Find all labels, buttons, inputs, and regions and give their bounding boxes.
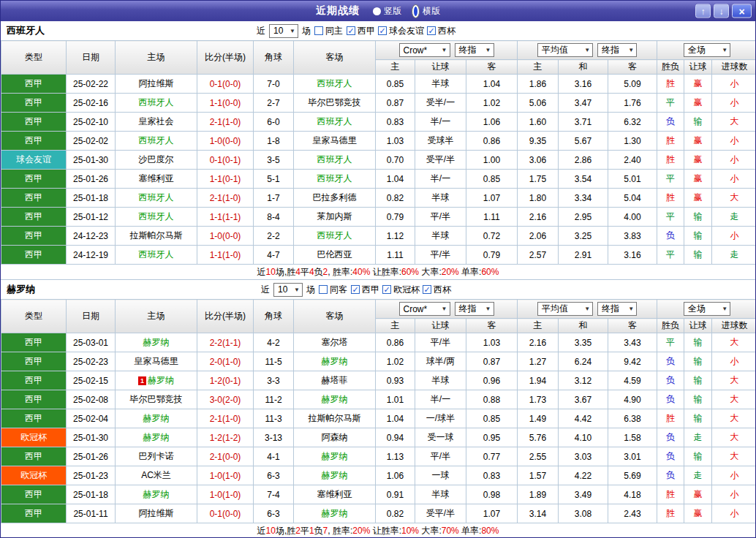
league-type-cell: 西甲 <box>1 504 67 523</box>
layout-radio-vertical[interactable]: 竖版 <box>373 5 401 18</box>
asia-handicap-cell: 半/一 <box>415 113 466 132</box>
close-button[interactable]: × <box>732 4 752 18</box>
date-cell: 25-03-01 <box>67 333 116 352</box>
corner-cell: 3-3 <box>254 371 294 390</box>
result-outcome-cell: 负 <box>657 113 684 132</box>
date-cell: 25-02-15 <box>67 371 116 390</box>
full-match-value: 全场 <box>688 44 706 56</box>
euro-away-odds-cell: 5.04 <box>608 189 657 208</box>
summary-segment: 近 <box>257 525 266 537</box>
euro-index-select[interactable]: 终指 ▼ <box>597 43 637 57</box>
match-row: 西甲25-01-11阿拉维斯0-1(0-0)6-3赫罗纳0.82受平/半1.07… <box>1 504 756 523</box>
home-team-cell: 皇家马德里 <box>116 352 197 371</box>
match-count-select[interactable]: 10 ▼ <box>273 283 303 297</box>
team-label: 阿拉维斯 <box>139 78 174 88</box>
radio-label: 竖版 <box>384 5 401 18</box>
scroll-up-button[interactable]: ↑ <box>695 4 711 18</box>
team-label: 皇家马德里 <box>135 356 178 366</box>
league-filter-checkbox[interactable]: ✓西杯 <box>427 25 456 37</box>
same-venue-checkbox[interactable]: 同客 <box>319 284 347 296</box>
euro-draw-odds-cell: 3.35 <box>559 333 608 352</box>
corner-cell: 4-7 <box>254 246 294 265</box>
league-filter-label: 球会友谊 <box>389 25 424 37</box>
corner-cell: 8-4 <box>254 208 294 227</box>
league-filter-label: 欧冠杯 <box>393 284 420 296</box>
summary-segment: 让胜率: <box>370 266 401 279</box>
team-label: AC米兰 <box>141 470 171 480</box>
full-match-select[interactable]: 全场 ▼ <box>684 302 730 316</box>
subheader-cell: 主 <box>376 319 415 333</box>
asia-index-select[interactable]: 终指 ▼ <box>455 302 494 316</box>
match-count-select[interactable]: 10 ▼ <box>269 24 298 38</box>
date-cell: 25-02-10 <box>67 113 116 132</box>
asia-home-odds-cell: 1.04 <box>376 170 415 189</box>
summary-segment: 场,胜 <box>276 525 295 537</box>
asia-away-odds-cell: 0.83 <box>466 466 518 485</box>
league-filter-label: 西甲 <box>362 284 379 296</box>
euro-index-select[interactable]: 终指 ▼ <box>597 302 637 316</box>
euro-away-odds-cell: 1.30 <box>608 132 657 151</box>
date-cell: 25-01-18 <box>67 485 116 504</box>
home-team-cell: 1赫罗纳 <box>116 371 197 390</box>
home-team-cell: 赫罗纳 <box>116 485 197 504</box>
euro-draw-odds-cell: 4.10 <box>559 428 608 447</box>
summary-segment: 4 <box>309 267 314 277</box>
corner-cell: 3-13 <box>254 428 294 447</box>
team-label: 西班牙人 <box>139 192 174 202</box>
checkbox-icon: ✓ <box>427 26 436 35</box>
date-cell: 25-02-08 <box>67 390 116 409</box>
home-team-cell: 西班牙人 <box>116 246 197 265</box>
euro-away-odds-cell: 4.59 <box>608 371 657 390</box>
league-filter-checkbox[interactable]: ✓欧冠杯 <box>382 284 420 296</box>
corner-cell: 5-1 <box>254 170 294 189</box>
league-filter-checkbox[interactable]: ✓西甲 <box>347 25 375 37</box>
league-filter-checkbox[interactable]: ✓西杯 <box>423 284 451 296</box>
full-match-select[interactable]: 全场 ▼ <box>684 43 730 57</box>
subheader-cell: 客 <box>466 60 518 75</box>
summary-segment: 单率: <box>459 266 482 279</box>
euro-draw-odds-cell: 3.03 <box>559 447 608 466</box>
corner-cell: 11-3 <box>254 409 294 428</box>
league-filter-checkbox[interactable]: ✓西甲 <box>351 284 379 296</box>
result-goals-cell: 大 <box>712 333 756 352</box>
team-label: 赫罗纳 <box>143 413 170 423</box>
team-label: 赫塔菲 <box>322 375 348 385</box>
result-handicap-cell: 输 <box>684 333 712 352</box>
layout-radio-horizontal[interactable]: 横版 <box>412 4 440 18</box>
home-team-cell: AC米兰 <box>116 466 197 485</box>
euro-draw-odds-cell: 3.25 <box>559 227 608 246</box>
league-filter-checkbox[interactable]: ✓球会友谊 <box>378 25 424 37</box>
team-label: 赫罗纳 <box>143 432 170 442</box>
team-label: 皇家马德里 <box>313 135 357 145</box>
euro-company-select[interactable]: 平均值 ▼ <box>537 43 593 57</box>
euro-away-odds-cell: 4.18 <box>608 485 657 504</box>
col-score: 比分(半场) <box>197 41 254 75</box>
euro-company-select[interactable]: 平均值 ▼ <box>537 302 593 316</box>
asia-company-select[interactable]: Crow* ▼ <box>399 43 450 57</box>
result-goals-cell: 大 <box>712 409 756 428</box>
team-label: 西班牙人 <box>317 78 352 88</box>
team-label: 西班牙人 <box>317 154 352 164</box>
asia-company-value: Crow* <box>404 304 428 314</box>
result-handicap-cell: 输 <box>684 371 712 390</box>
away-team-cell: 西班牙人 <box>294 170 376 189</box>
result-outcome-cell: 平 <box>657 170 684 189</box>
euro-company-value: 平均值 <box>542 44 568 56</box>
asia-company-select[interactable]: Crow* ▼ <box>399 302 450 316</box>
euro-draw-odds-cell: 2.95 <box>559 208 608 227</box>
filter-controls: 近 10 ▼ 场 同客 ✓西甲✓欧冠杯✓西杯 <box>261 283 451 297</box>
asia-index-select[interactable]: 终指 ▼ <box>455 43 494 57</box>
same-venue-checkbox[interactable]: 同主 <box>314 25 343 37</box>
euro-home-odds-cell: 1.89 <box>518 485 559 504</box>
scroll-down-button[interactable]: ↓ <box>714 4 729 18</box>
home-team-cell: 阿拉维斯 <box>116 504 197 523</box>
asia-handicap-cell: 受平/半 <box>415 151 466 170</box>
date-cell: 25-02-23 <box>67 352 116 371</box>
table-body: 西甲25-02-22阿拉维斯0-1(0-0)7-0西班牙人0.85半球1.041… <box>1 75 756 265</box>
league-type-cell: 西甲 <box>1 94 67 113</box>
col-date: 日期 <box>67 300 116 333</box>
summary-segment: , 胜率: <box>328 266 352 279</box>
away-team-cell: 皇家马德里 <box>294 132 376 151</box>
arrow-up-icon: ↑ <box>701 6 706 16</box>
result-handicap-cell: 赢 <box>684 132 712 151</box>
